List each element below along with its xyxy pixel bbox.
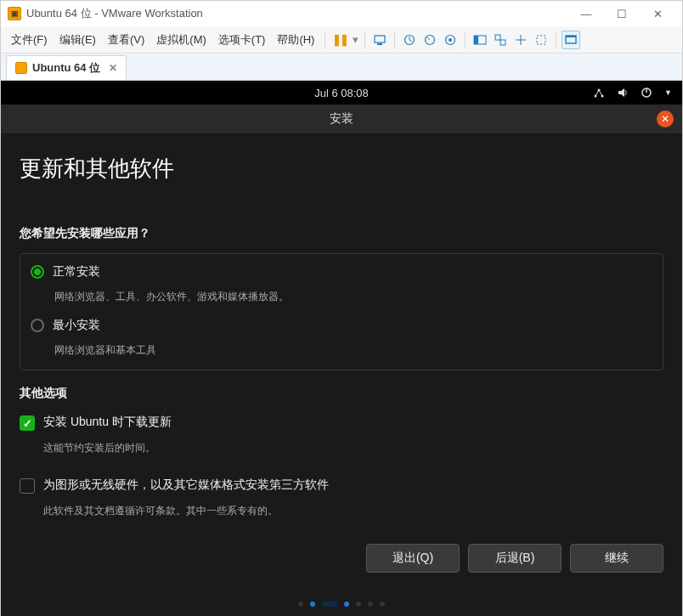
normal-install-label: 正常安装	[53, 264, 100, 280]
view-multiple-icon[interactable]	[491, 31, 510, 49]
svg-rect-0	[375, 36, 385, 42]
thirdparty-label: 为图形或无线硬件，以及其它媒体格式安装第三方软件	[43, 478, 329, 493]
send-ctrl-alt-del-icon[interactable]	[370, 31, 389, 49]
install-question: 您希望先安装哪些应用？	[20, 226, 663, 241]
menu-file[interactable]: 文件(F)	[6, 29, 53, 51]
menu-help[interactable]: 帮助(H)	[272, 29, 319, 51]
maximize-button[interactable]: ☐	[604, 8, 640, 20]
radio-minimal[interactable]	[31, 319, 44, 332]
minimal-install-option[interactable]: 最小安装	[31, 314, 652, 340]
network-icon[interactable]	[593, 87, 605, 99]
sound-icon[interactable]	[617, 87, 629, 99]
vmware-logo-icon: ▣	[8, 7, 21, 20]
back-button[interactable]: 后退(B)	[468, 544, 562, 573]
quit-button[interactable]: 退出(Q)	[366, 544, 460, 573]
minimal-install-label: 最小安装	[53, 318, 100, 333]
svg-rect-7	[474, 36, 478, 44]
step-dot	[368, 602, 373, 607]
svg-rect-10	[537, 36, 545, 44]
pause-button[interactable]: ❚❚	[330, 31, 349, 49]
step-dot	[380, 602, 385, 607]
page-title: 更新和其他软件	[20, 154, 663, 184]
power-icon[interactable]	[641, 87, 652, 99]
guest-display[interactable]: Jul 6 08:08 ▼ 安装 ✕ 更新和其他软件 您希望先安装哪些应用？ 正…	[1, 81, 682, 616]
svg-rect-12	[566, 36, 576, 37]
tab-close-icon[interactable]: ✕	[109, 62, 117, 74]
menu-vm[interactable]: 虚拟机(M)	[151, 29, 212, 51]
svg-point-5	[449, 38, 452, 42]
close-button[interactable]: ✕	[640, 8, 675, 20]
install-type-group: 正常安装 网络浏览器、工具、办公软件、游戏和媒体播放器。 最小安装 网络浏览器和…	[20, 253, 663, 370]
svg-rect-8	[495, 35, 500, 40]
minimize-button[interactable]: —	[568, 8, 604, 20]
step-dot	[310, 602, 315, 607]
radio-normal[interactable]	[31, 265, 44, 279]
other-options-label: 其他选项	[20, 386, 663, 401]
installer-title: 安装	[330, 111, 353, 127]
vmware-window: ▣ Ubuntu 64 位 - VMware Workstation — ☐ ✕…	[0, 0, 683, 616]
menu-edit[interactable]: 编辑(E)	[54, 29, 101, 51]
step-dot	[356, 602, 361, 607]
titlebar[interactable]: ▣ Ubuntu 64 位 - VMware Workstation — ☐ ✕	[1, 1, 682, 26]
thirdparty-desc: 此软件及其文档遵循许可条款。其中一些系专有的。	[43, 504, 663, 518]
ubuntu-topbar: Jul 6 08:08 ▼	[1, 81, 682, 105]
menu-tabs[interactable]: 选项卡(T)	[213, 29, 271, 51]
step-dot	[298, 602, 303, 607]
vm-tab[interactable]: Ubuntu 64 位 ✕	[6, 55, 127, 80]
installer-close-button[interactable]: ✕	[657, 110, 674, 127]
clock[interactable]: Jul 6 08:08	[314, 87, 369, 99]
step-bar	[322, 602, 337, 607]
checkbox-thirdparty[interactable]	[20, 478, 35, 494]
dropdown-icon[interactable]: ▾	[351, 31, 359, 49]
fullscreen-button[interactable]	[562, 31, 580, 49]
svg-rect-9	[500, 40, 505, 45]
chevron-down-icon[interactable]: ▼	[664, 88, 672, 97]
menu-view[interactable]: 查看(V)	[103, 29, 150, 51]
installer-header: 安装 ✕	[1, 105, 682, 133]
button-row: 退出(Q) 后退(B) 继续	[20, 544, 663, 573]
menubar: 文件(F) 编辑(E) 查看(V) 虚拟机(M) 选项卡(T) 帮助(H) ❚❚…	[1, 26, 682, 54]
tab-row: Ubuntu 64 位 ✕	[1, 54, 682, 81]
minimal-install-desc: 网络浏览器和基本工具	[54, 343, 652, 358]
download-updates-label: 安装 Ubuntu 时下载更新	[43, 415, 172, 430]
normal-install-option[interactable]: 正常安装	[31, 261, 652, 286]
download-updates-option[interactable]: ✓ 安装 Ubuntu 时下载更新	[20, 411, 663, 438]
unity-icon[interactable]	[532, 31, 550, 49]
snapshot-manager-icon[interactable]	[441, 31, 460, 49]
progress-dots	[1, 585, 682, 616]
thirdparty-option[interactable]: 为图形或无线硬件，以及其它媒体格式安装第三方软件	[20, 474, 663, 500]
download-updates-desc: 这能节约安装后的时间。	[43, 441, 663, 455]
snapshot-revert-icon[interactable]	[421, 31, 439, 49]
normal-install-desc: 网络浏览器、工具、办公软件、游戏和媒体播放器。	[54, 290, 652, 304]
vm-tab-icon	[15, 62, 27, 74]
step-dot-current	[344, 602, 349, 607]
stretch-icon[interactable]	[511, 31, 530, 49]
svg-rect-1	[377, 43, 382, 45]
continue-button[interactable]: 继续	[570, 544, 663, 573]
checkbox-updates[interactable]: ✓	[20, 415, 35, 431]
vm-tab-label: Ubuntu 64 位	[32, 60, 100, 76]
window-title: Ubuntu 64 位 - VMware Workstation	[26, 6, 203, 21]
view-console-icon[interactable]	[471, 31, 489, 49]
installer-body: 更新和其他软件 您希望先安装哪些应用？ 正常安装 网络浏览器、工具、办公软件、游…	[1, 133, 682, 585]
snapshot-take-icon[interactable]	[400, 31, 419, 49]
